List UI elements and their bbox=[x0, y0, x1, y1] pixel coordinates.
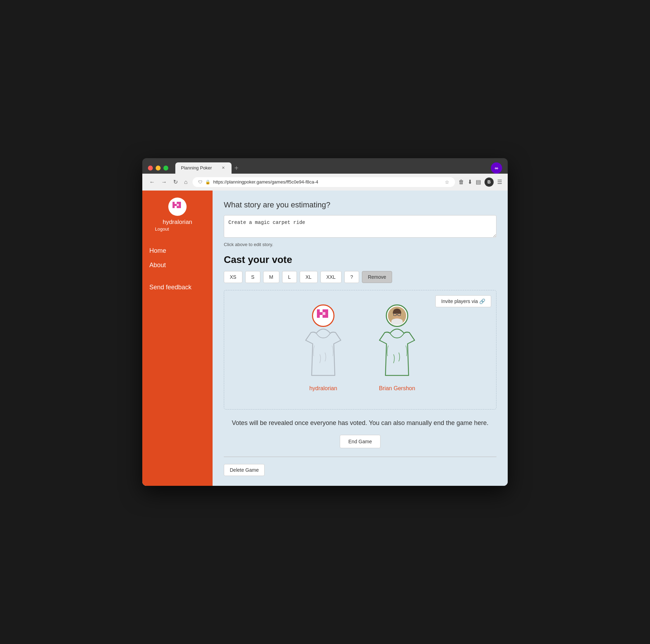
svg-rect-9 bbox=[179, 206, 181, 208]
browser-content: hydralorian Logout Home About Send feedb… bbox=[142, 191, 508, 486]
svg-rect-4 bbox=[177, 204, 179, 206]
brian-avatar bbox=[388, 307, 406, 325]
back-button[interactable]: ← bbox=[148, 178, 156, 186]
browser-window: Planning Poker ✕ + ∞ ← → ↻ ⌂ 🛡 🔒 https:/… bbox=[142, 158, 508, 486]
players-area: Invite players via 🔗 bbox=[224, 290, 496, 410]
vote-l[interactable]: L bbox=[282, 271, 297, 283]
svg-rect-17 bbox=[325, 309, 328, 312]
home-button[interactable]: ⌂ bbox=[183, 178, 189, 186]
player-card-brian: Brian Gershon bbox=[378, 304, 416, 392]
players-grid: hydralorian bbox=[231, 304, 489, 392]
end-game-button[interactable]: End Game bbox=[340, 435, 381, 448]
title-bar: Planning Poker ✕ + ∞ bbox=[142, 158, 508, 174]
svg-rect-14 bbox=[323, 312, 325, 315]
toolbar-icons: 🗑 ⬇ ▤ B ☰ bbox=[459, 178, 502, 187]
maximize-button[interactable] bbox=[163, 166, 168, 170]
vote-xxl[interactable]: XXL bbox=[320, 271, 342, 283]
traffic-lights bbox=[148, 166, 168, 170]
vote-question[interactable]: ? bbox=[344, 271, 359, 283]
cast-vote-title: Cast your vote bbox=[224, 254, 496, 265]
svg-rect-12 bbox=[317, 315, 320, 318]
bookmark-icon[interactable]: ☆ bbox=[445, 179, 449, 185]
tshirt-brian bbox=[378, 326, 416, 382]
avatar-pixel-art bbox=[170, 200, 184, 214]
svg-rect-19 bbox=[325, 315, 328, 318]
main-content: What story are you estimating? Create a … bbox=[213, 191, 508, 486]
account-button[interactable]: B bbox=[485, 178, 494, 187]
address-bar: ← → ↻ ⌂ 🛡 🔒 https://planningpoker.games/… bbox=[142, 174, 508, 191]
svg-rect-1 bbox=[173, 204, 175, 206]
username: hydralorian bbox=[163, 219, 192, 226]
download-icon[interactable]: ⬇ bbox=[468, 179, 472, 185]
svg-rect-0 bbox=[173, 202, 175, 204]
nav-home[interactable]: Home bbox=[148, 244, 207, 257]
vote-m[interactable]: M bbox=[263, 271, 279, 283]
tab-title: Planning Poker bbox=[181, 165, 212, 170]
avatar bbox=[168, 198, 187, 216]
logout-link[interactable]: Logout bbox=[155, 226, 169, 232]
story-textarea[interactable]: Create a magic carpet ride bbox=[224, 215, 496, 238]
remove-vote-button[interactable]: Remove bbox=[362, 271, 392, 283]
minimize-button[interactable] bbox=[156, 166, 161, 170]
svg-rect-6 bbox=[177, 206, 179, 208]
invite-players-button[interactable]: Invite players via 🔗 bbox=[435, 295, 491, 307]
tshirt-hydralorian bbox=[304, 326, 343, 382]
vote-xl[interactable]: XL bbox=[300, 271, 318, 283]
lock-icon: 🔒 bbox=[205, 180, 210, 185]
nav-about[interactable]: About bbox=[148, 259, 207, 272]
user-section: hydralorian Logout bbox=[148, 198, 207, 232]
close-button[interactable] bbox=[148, 166, 153, 170]
svg-rect-5 bbox=[177, 202, 179, 204]
edit-hint: Click above to edit story. bbox=[224, 242, 496, 247]
svg-rect-11 bbox=[317, 312, 320, 315]
player-avatar-hydralorian bbox=[312, 304, 334, 327]
player-pixel-avatar bbox=[314, 307, 332, 325]
active-tab[interactable]: Planning Poker ✕ bbox=[175, 162, 232, 174]
reveal-text: Votes will be revealed once everyone has… bbox=[224, 418, 496, 428]
menu-button[interactable]: ☰ bbox=[497, 179, 502, 185]
invite-label: Invite players via 🔗 bbox=[441, 298, 485, 304]
new-tab-button[interactable]: + bbox=[232, 164, 241, 172]
story-question: What story are you estimating? bbox=[224, 200, 496, 210]
security-icon: 🛡 bbox=[198, 180, 202, 185]
tab-close-button[interactable]: ✕ bbox=[220, 165, 226, 171]
svg-rect-16 bbox=[323, 315, 325, 318]
delete-game-button[interactable]: Delete Game bbox=[224, 464, 265, 476]
svg-rect-3 bbox=[175, 204, 177, 206]
svg-rect-13 bbox=[320, 312, 323, 315]
reload-button[interactable]: ↻ bbox=[172, 178, 179, 186]
player-card-hydralorian: hydralorian bbox=[304, 304, 343, 392]
svg-rect-15 bbox=[323, 309, 325, 312]
svg-rect-10 bbox=[317, 309, 320, 312]
vote-xs[interactable]: XS bbox=[224, 271, 242, 283]
url-text: https://planningpoker.games/games/ff5c0e… bbox=[213, 179, 442, 185]
forward-button[interactable]: → bbox=[160, 178, 168, 186]
player-avatar-brian bbox=[386, 304, 408, 327]
player-name-hydralorian: hydralorian bbox=[309, 385, 337, 392]
svg-rect-8 bbox=[179, 204, 181, 206]
vote-s[interactable]: S bbox=[245, 271, 260, 283]
vote-buttons: XS S M L XL XXL ? Remove bbox=[224, 271, 496, 283]
svg-rect-18 bbox=[325, 312, 328, 315]
nav-send-feedback[interactable]: Send feedback bbox=[148, 281, 207, 294]
nav-links: Home About Send feedback bbox=[148, 244, 207, 294]
sidebar: hydralorian Logout Home About Send feedb… bbox=[142, 191, 213, 486]
tab-bar: Planning Poker ✕ + bbox=[175, 162, 487, 174]
player-name-brian: Brian Gershon bbox=[379, 385, 415, 392]
divider bbox=[224, 457, 496, 457]
svg-rect-7 bbox=[179, 202, 181, 204]
reader-icon[interactable]: ▤ bbox=[476, 179, 481, 185]
url-bar[interactable]: 🛡 🔒 https://planningpoker.games/games/ff… bbox=[193, 177, 455, 187]
pocket-icon[interactable]: 🗑 bbox=[459, 179, 464, 185]
extension-icon[interactable]: ∞ bbox=[491, 162, 502, 174]
svg-rect-2 bbox=[173, 206, 175, 208]
